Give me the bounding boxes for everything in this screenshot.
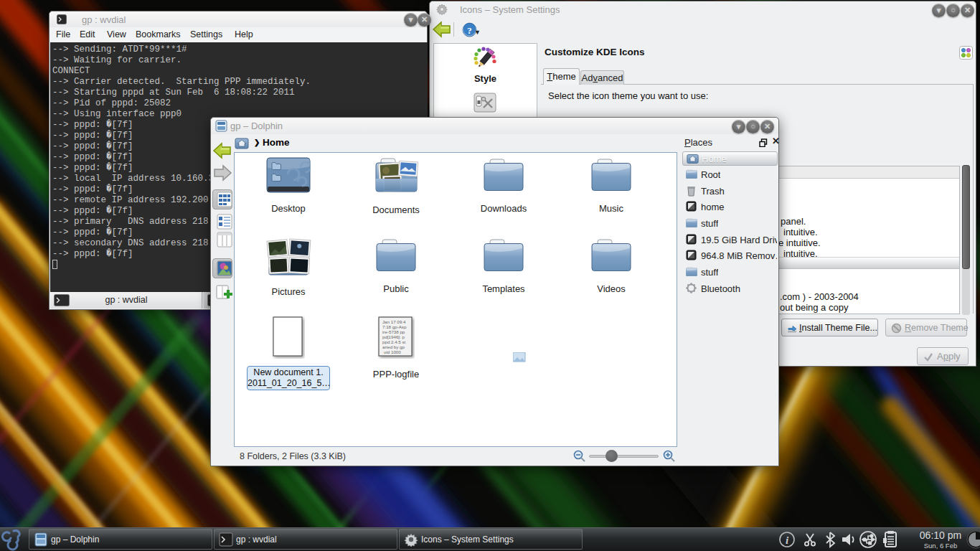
svg-text:Jan 17 09:4: Jan 17 09:4 [382,319,406,324]
svg-text:pd[1946]: p: pd[1946]: p [382,334,405,339]
svg-text:uid 1000: uid 1000 [384,349,401,354]
svg-text:ppd 2.4.5 st: ppd 2.4.5 st [382,339,406,344]
svg-text:arted by gp: arted by gp [382,344,405,349]
svg-text:i: i [786,534,789,546]
svg-text:?: ? [467,25,472,36]
svg-text:ire-5738 pp: ire-5738 pp [382,329,405,334]
svg-text:7:18 gp-Asp: 7:18 gp-Asp [382,324,407,329]
